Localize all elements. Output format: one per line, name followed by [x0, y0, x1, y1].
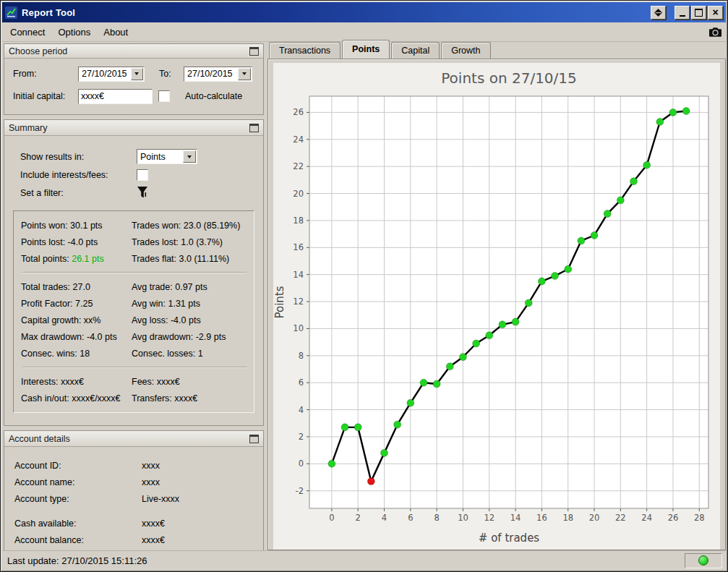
- from-date-select[interactable]: 27/10/2015: [78, 67, 145, 82]
- float-panel-button[interactable]: [249, 124, 259, 132]
- chevron-down-icon: [242, 72, 247, 75]
- account-row: Account name:xxxx: [14, 474, 254, 490]
- panel-account-details: Account details Account ID:xxxxAccount n…: [4, 430, 264, 570]
- show-results-select[interactable]: Points: [137, 149, 197, 164]
- svg-text:6: 6: [408, 513, 413, 523]
- account-field-label: Account name:: [14, 477, 142, 487]
- account-field-label: Account type:: [14, 494, 142, 504]
- titlebar[interactable]: Report Tool ×: [2, 2, 726, 22]
- svg-text:8: 8: [434, 513, 439, 523]
- menu-options[interactable]: Options: [51, 25, 97, 40]
- svg-text:20: 20: [293, 189, 304, 199]
- auto-calculate-checkbox[interactable]: [158, 90, 170, 102]
- svg-text:14: 14: [510, 513, 521, 523]
- maximize-button[interactable]: [691, 6, 706, 20]
- stats-cell-left: Consec. wins: 18: [21, 349, 132, 359]
- app-window: Report Tool × ConnectOptionsAbout: [0, 0, 728, 572]
- tab-capital[interactable]: Capital: [391, 42, 440, 59]
- svg-text:Points: Points: [273, 286, 286, 318]
- auto-calculate-label: Auto-calculate: [185, 91, 242, 101]
- stats-row: Total points: 26.1 ptsTrades flat: 3.0 (…: [21, 250, 248, 267]
- main-area: Choose period From: 27/10/2015 To: 27/10…: [2, 42, 726, 550]
- stats-cell-right: Trades lost: 1.0 (3.7%): [132, 237, 248, 247]
- status-led-icon: [698, 555, 708, 565]
- camera-icon: [708, 27, 722, 38]
- svg-text:2: 2: [356, 513, 361, 523]
- menu-items: ConnectOptionsAbout: [4, 25, 134, 40]
- app-icon: [5, 7, 17, 19]
- dropdown-button[interactable]: [238, 68, 251, 80]
- chevron-down-icon: [134, 72, 139, 75]
- tab-points[interactable]: Points: [342, 40, 390, 59]
- stats-cell-left: Interests: xxxx€: [21, 377, 132, 387]
- account-field-value: xxxx: [142, 461, 160, 471]
- svg-text:26: 26: [293, 107, 304, 117]
- account-field-value: xxxx€: [142, 518, 165, 529]
- float-panel-button[interactable]: [249, 435, 259, 443]
- stats-row: Cash in/out: xxxx€/xxxx€Transfers: xxxx€: [21, 390, 248, 406]
- account-row: Account ID:xxxx: [14, 457, 254, 474]
- svg-text:24: 24: [293, 135, 304, 145]
- last-update-text: Last update: 27/10/2015 15:11:26: [7, 555, 147, 566]
- minimize-icon: [680, 15, 685, 17]
- panel-title: Account details: [9, 434, 70, 444]
- from-date-value: 27/10/2015: [79, 69, 130, 79]
- panel-title: Choose period: [9, 46, 67, 56]
- to-date-select[interactable]: 27/10/2015: [184, 67, 252, 82]
- filter-button[interactable]: [137, 186, 148, 200]
- svg-text:2: 2: [299, 432, 304, 442]
- stats-row: Consec. wins: 18Consec. losses: 1: [21, 345, 248, 362]
- svg-text:12: 12: [484, 513, 494, 523]
- account-details-header[interactable]: Account details: [4, 431, 263, 447]
- stats-row: Profit Factor: 7.25Avg win: 1.31 pts: [21, 295, 248, 312]
- svg-text:4: 4: [299, 405, 304, 415]
- to-date-value: 27/10/2015: [184, 69, 237, 79]
- summary-stats-box: Points won: 30.1 ptsTrades won: 23.0 (85…: [13, 210, 254, 413]
- maximize-icon: [695, 9, 703, 17]
- close-icon: ×: [712, 7, 718, 17]
- tab-growth[interactable]: Growth: [441, 42, 490, 59]
- to-label: To:: [159, 69, 184, 79]
- tab-transactions[interactable]: Transactions: [269, 42, 341, 59]
- chevron-down-icon: [187, 155, 192, 158]
- initial-capital-input[interactable]: [78, 89, 153, 104]
- svg-text:16: 16: [293, 242, 304, 252]
- svg-text:24: 24: [641, 513, 652, 523]
- include-interests-checkbox[interactable]: [137, 169, 148, 181]
- connection-status-pane: [685, 553, 722, 568]
- stats-cell-left: Capital growth: xx%: [21, 315, 132, 325]
- menu-connect[interactable]: Connect: [4, 25, 51, 40]
- dropdown-button[interactable]: [183, 150, 196, 163]
- stats-cell-right: Avg trade: 0.97 pts: [132, 282, 248, 292]
- float-panel-button[interactable]: [249, 47, 259, 56]
- stats-cell-left: Max drawdown: -4.0 pts: [21, 332, 132, 342]
- stats-row: Capital growth: xx%Avg loss: -4.0 pts: [21, 312, 248, 328]
- stats-cell-right: Fees: xxxx€: [132, 377, 248, 387]
- svg-text:26: 26: [668, 513, 679, 523]
- menu-about[interactable]: About: [97, 25, 134, 40]
- stats-cell-left: Points won: 30.1 pts: [21, 221, 132, 231]
- account-row: Account type:Live-xxxx: [14, 490, 254, 507]
- stats-separator: [22, 367, 247, 368]
- left-sidebar: Choose period From: 27/10/2015 To: 27/10…: [2, 42, 265, 550]
- dropdown-button[interactable]: [131, 68, 143, 80]
- stats-cell-right: Consec. losses: 1: [132, 349, 248, 359]
- screenshot-camera-button[interactable]: [706, 24, 724, 40]
- summary-header[interactable]: Summary: [4, 120, 263, 136]
- workspace-switch-button[interactable]: [651, 6, 666, 20]
- minimize-button[interactable]: [675, 6, 690, 20]
- svg-text:18: 18: [562, 513, 573, 523]
- choose-period-header[interactable]: Choose period: [4, 44, 263, 59]
- svg-text:0: 0: [299, 458, 304, 469]
- stats-cell-right: Avg drawdown: -2.9 pts: [132, 332, 248, 342]
- stats-cell-right: Transfers: xxxx€: [132, 393, 248, 404]
- stats-row: Points won: 30.1 ptsTrades won: 23.0 (85…: [21, 217, 248, 234]
- svg-text:12: 12: [293, 296, 304, 307]
- svg-text:6: 6: [299, 377, 304, 388]
- account-field-value: Live-xxxx: [142, 494, 179, 504]
- show-results-value: Points: [137, 152, 182, 162]
- close-button[interactable]: ×: [708, 6, 723, 20]
- stats-row: Points lost: -4.0 ptsTrades lost: 1.0 (3…: [21, 234, 248, 250]
- account-row: Cash available:xxxx€: [14, 515, 254, 532]
- stats-cell-right: Trades won: 23.0 (85.19%): [132, 221, 248, 231]
